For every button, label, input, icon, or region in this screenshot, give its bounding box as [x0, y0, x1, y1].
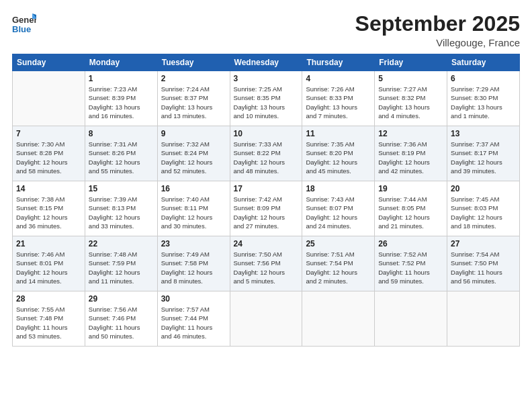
calendar-cell — [13, 71, 85, 126]
cell-content: Sunrise: 7:42 AM Sunset: 8:09 PM Dayligh… — [234, 195, 299, 230]
day-number: 1 — [89, 74, 154, 83]
calendar-cell: 12Sunrise: 7:36 AM Sunset: 8:19 PM Dayli… — [375, 126, 447, 181]
day-number: 30 — [161, 294, 226, 304]
title-block: September 2025 Villegouge, France — [355, 12, 520, 48]
calendar-body: 1Sunrise: 7:23 AM Sunset: 8:39 PM Daylig… — [13, 71, 520, 347]
calendar-cell: 15Sunrise: 7:39 AM Sunset: 8:13 PM Dayli… — [85, 181, 157, 236]
cell-content: Sunrise: 7:35 AM Sunset: 8:20 PM Dayligh… — [306, 140, 371, 175]
calendar-cell — [230, 291, 302, 347]
calendar-cell: 5Sunrise: 7:27 AM Sunset: 8:32 PM Daylig… — [375, 71, 447, 126]
calendar-cell: 11Sunrise: 7:35 AM Sunset: 8:20 PM Dayli… — [302, 126, 375, 181]
day-number: 2 — [161, 74, 226, 83]
calendar-cell: 3Sunrise: 7:25 AM Sunset: 8:35 PM Daylig… — [230, 71, 302, 126]
page: General Blue September 2025 Villegouge, … — [0, 0, 532, 411]
day-number: 12 — [378, 129, 443, 138]
day-number: 14 — [16, 184, 81, 193]
cell-content: Sunrise: 7:52 AM Sunset: 7:52 PM Dayligh… — [378, 250, 443, 285]
day-number: 29 — [89, 294, 154, 304]
cell-content: Sunrise: 7:30 AM Sunset: 8:28 PM Dayligh… — [16, 140, 81, 175]
calendar: Sunday Monday Tuesday Wednesday Thursday… — [12, 54, 520, 347]
day-number: 27 — [451, 239, 516, 248]
calendar-cell: 30Sunrise: 7:57 AM Sunset: 7:44 PM Dayli… — [157, 291, 230, 347]
day-number: 17 — [234, 184, 299, 193]
calendar-cell: 26Sunrise: 7:52 AM Sunset: 7:52 PM Dayli… — [375, 236, 447, 291]
calendar-week-row: 28Sunrise: 7:55 AM Sunset: 7:48 PM Dayli… — [13, 291, 520, 347]
cell-content: Sunrise: 7:44 AM Sunset: 8:05 PM Dayligh… — [378, 195, 443, 230]
cell-content: Sunrise: 7:32 AM Sunset: 8:24 PM Dayligh… — [161, 140, 226, 175]
cell-content: Sunrise: 7:37 AM Sunset: 8:17 PM Dayligh… — [451, 140, 516, 175]
day-number: 4 — [306, 74, 371, 83]
cell-content: Sunrise: 7:56 AM Sunset: 7:46 PM Dayligh… — [89, 305, 154, 340]
calendar-cell — [375, 291, 447, 347]
calendar-cell: 7Sunrise: 7:30 AM Sunset: 8:28 PM Daylig… — [13, 126, 85, 181]
calendar-cell: 2Sunrise: 7:24 AM Sunset: 8:37 PM Daylig… — [157, 71, 230, 126]
calendar-week-row: 21Sunrise: 7:46 AM Sunset: 8:01 PM Dayli… — [13, 236, 520, 291]
cell-content: Sunrise: 7:57 AM Sunset: 7:44 PM Dayligh… — [161, 305, 226, 340]
day-number: 16 — [161, 184, 226, 193]
logo-icon: General Blue — [12, 12, 36, 36]
day-number: 11 — [306, 129, 371, 138]
calendar-cell: 29Sunrise: 7:56 AM Sunset: 7:46 PM Dayli… — [85, 291, 157, 347]
svg-text:Blue: Blue — [12, 24, 31, 34]
calendar-cell: 14Sunrise: 7:38 AM Sunset: 8:15 PM Dayli… — [13, 181, 85, 236]
calendar-header-row: Sunday Monday Tuesday Wednesday Thursday… — [13, 54, 520, 71]
cell-content: Sunrise: 7:45 AM Sunset: 8:03 PM Dayligh… — [451, 195, 516, 230]
calendar-cell — [447, 291, 520, 347]
day-number: 26 — [378, 239, 443, 248]
cell-content: Sunrise: 7:27 AM Sunset: 8:32 PM Dayligh… — [378, 85, 443, 120]
cell-content: Sunrise: 7:39 AM Sunset: 8:13 PM Dayligh… — [89, 195, 154, 230]
calendar-cell: 21Sunrise: 7:46 AM Sunset: 8:01 PM Dayli… — [13, 236, 85, 291]
calendar-cell: 27Sunrise: 7:54 AM Sunset: 7:50 PM Dayli… — [447, 236, 520, 291]
cell-content: Sunrise: 7:55 AM Sunset: 7:48 PM Dayligh… — [16, 305, 81, 340]
day-number: 23 — [161, 239, 226, 248]
calendar-cell: 1Sunrise: 7:23 AM Sunset: 8:39 PM Daylig… — [85, 71, 157, 126]
cell-content: Sunrise: 7:49 AM Sunset: 7:58 PM Dayligh… — [161, 250, 226, 285]
day-number: 24 — [234, 239, 299, 248]
calendar-cell: 6Sunrise: 7:29 AM Sunset: 8:30 PM Daylig… — [447, 71, 520, 126]
cell-content: Sunrise: 7:29 AM Sunset: 8:30 PM Dayligh… — [451, 85, 516, 120]
calendar-cell: 20Sunrise: 7:45 AM Sunset: 8:03 PM Dayli… — [447, 181, 520, 236]
day-number: 15 — [89, 184, 154, 193]
day-number: 25 — [306, 239, 371, 248]
day-number: 10 — [234, 129, 299, 138]
calendar-cell: 4Sunrise: 7:26 AM Sunset: 8:33 PM Daylig… — [302, 71, 375, 126]
col-tuesday: Tuesday — [157, 54, 230, 71]
col-sunday: Sunday — [13, 54, 85, 71]
day-number: 22 — [89, 239, 154, 248]
day-number: 9 — [161, 129, 226, 138]
calendar-week-row: 14Sunrise: 7:38 AM Sunset: 8:15 PM Dayli… — [13, 181, 520, 236]
cell-content: Sunrise: 7:23 AM Sunset: 8:39 PM Dayligh… — [89, 85, 154, 120]
cell-content: Sunrise: 7:43 AM Sunset: 8:07 PM Dayligh… — [306, 195, 371, 230]
calendar-cell — [302, 291, 375, 347]
col-thursday: Thursday — [302, 54, 375, 71]
day-number: 21 — [16, 239, 81, 248]
col-friday: Friday — [375, 54, 447, 71]
cell-content: Sunrise: 7:46 AM Sunset: 8:01 PM Dayligh… — [16, 250, 81, 285]
header: General Blue September 2025 Villegouge, … — [12, 12, 520, 48]
col-monday: Monday — [85, 54, 157, 71]
calendar-cell: 13Sunrise: 7:37 AM Sunset: 8:17 PM Dayli… — [447, 126, 520, 181]
calendar-week-row: 7Sunrise: 7:30 AM Sunset: 8:28 PM Daylig… — [13, 126, 520, 181]
col-wednesday: Wednesday — [230, 54, 302, 71]
calendar-cell: 19Sunrise: 7:44 AM Sunset: 8:05 PM Dayli… — [375, 181, 447, 236]
cell-content: Sunrise: 7:25 AM Sunset: 8:35 PM Dayligh… — [234, 85, 299, 120]
day-number: 28 — [16, 294, 81, 304]
day-number: 5 — [378, 74, 443, 83]
col-saturday: Saturday — [447, 54, 520, 71]
cell-content: Sunrise: 7:24 AM Sunset: 8:37 PM Dayligh… — [161, 85, 226, 120]
calendar-cell: 28Sunrise: 7:55 AM Sunset: 7:48 PM Dayli… — [13, 291, 85, 347]
calendar-cell: 18Sunrise: 7:43 AM Sunset: 8:07 PM Dayli… — [302, 181, 375, 236]
calendar-cell: 24Sunrise: 7:50 AM Sunset: 7:56 PM Dayli… — [230, 236, 302, 291]
day-number: 8 — [89, 129, 154, 138]
day-number: 13 — [451, 129, 516, 138]
logo: General Blue — [12, 12, 39, 39]
cell-content: Sunrise: 7:51 AM Sunset: 7:54 PM Dayligh… — [306, 250, 371, 285]
cell-content: Sunrise: 7:48 AM Sunset: 7:59 PM Dayligh… — [89, 250, 154, 285]
cell-content: Sunrise: 7:31 AM Sunset: 8:26 PM Dayligh… — [89, 140, 154, 175]
calendar-cell: 22Sunrise: 7:48 AM Sunset: 7:59 PM Dayli… — [85, 236, 157, 291]
cell-content: Sunrise: 7:26 AM Sunset: 8:33 PM Dayligh… — [306, 85, 371, 120]
cell-content: Sunrise: 7:38 AM Sunset: 8:15 PM Dayligh… — [16, 195, 81, 230]
cell-content: Sunrise: 7:50 AM Sunset: 7:56 PM Dayligh… — [234, 250, 299, 285]
calendar-cell: 23Sunrise: 7:49 AM Sunset: 7:58 PM Dayli… — [157, 236, 230, 291]
cell-content: Sunrise: 7:36 AM Sunset: 8:19 PM Dayligh… — [378, 140, 443, 175]
